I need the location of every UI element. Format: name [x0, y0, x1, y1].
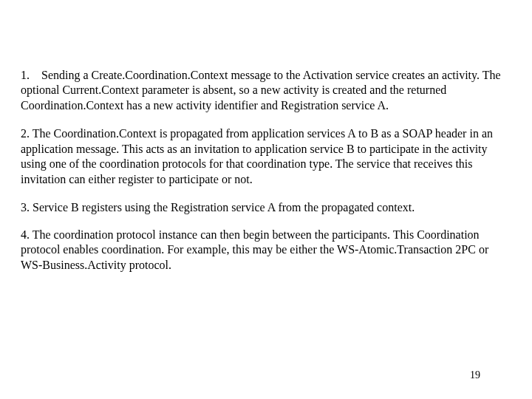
page-number: 19 [470, 369, 480, 381]
slide-page: 1. Sending a Create.Coordination.Context… [0, 0, 532, 399]
paragraph-1: 1. Sending a Create.Coordination.Context… [21, 68, 511, 113]
paragraph-2: 2. The Coordination.Context is propagate… [21, 126, 511, 187]
paragraph-4: 4. The coordination protocol instance ca… [21, 228, 511, 273]
paragraph-3: 3. Service B registers using the Registr… [21, 200, 511, 215]
